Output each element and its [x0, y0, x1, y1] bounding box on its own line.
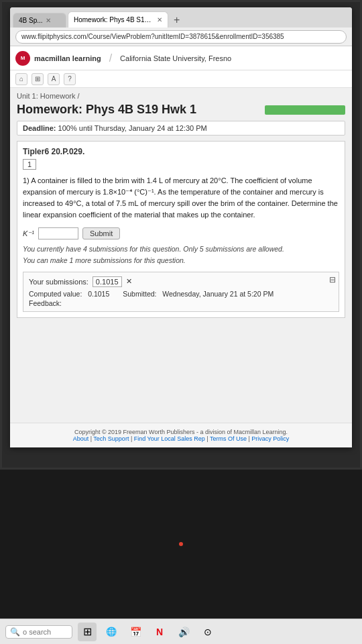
- desktop-area: [0, 470, 362, 619]
- submission-info: You currently have 4 submissions for thi…: [23, 244, 339, 266]
- submission-line1: You currently have 4 submissions for thi…: [23, 244, 339, 255]
- deadline-value: 100% until Thursday, January 24 at 12:30…: [58, 124, 207, 132]
- footer-privacy[interactable]: Privacy Policy: [251, 435, 289, 442]
- tab-bar: 4B Sp... ✕ Homework: Phys 4B S19 Hwk 1 ✕…: [10, 7, 352, 28]
- progress-fill: [265, 105, 345, 115]
- footer-terms[interactable]: Terms Of Use: [210, 435, 247, 442]
- footer-copyright: Copyright © 2019 Freeman Worth Publisher…: [15, 429, 347, 435]
- deadline-box: Deadline: 100% until Thursday, January 2…: [17, 121, 345, 136]
- footer-tech-support[interactable]: Tech Support: [93, 435, 129, 442]
- address-input[interactable]: [15, 30, 347, 44]
- taskbar-search-box[interactable]: 🔍: [5, 625, 72, 639]
- tab-close-1[interactable]: ✕: [46, 17, 51, 24]
- text-icon[interactable]: A: [48, 73, 60, 85]
- desktop-dot: [179, 542, 183, 546]
- nav-toolbar: ⌂ ⊞ A ?: [10, 70, 352, 88]
- problem-id: Tipler6 20.P.029.: [23, 147, 339, 156]
- submitted-info: Submitted: Wednesday, January 21 at 5:20…: [123, 290, 274, 298]
- results-box: ⊟ Your submissions: 0.1015 ✕ Computed va…: [23, 272, 339, 312]
- deadline-label: Deadline:: [23, 124, 56, 132]
- results-remove-icon[interactable]: ✕: [126, 277, 132, 286]
- tab-homework[interactable]: Homework: Phys 4B S19 Hwk 1 ✕: [68, 11, 168, 28]
- main-content: Unit 1: Homework / Homework: Phys 4B S19…: [10, 88, 352, 447]
- problem-number: 1: [23, 159, 36, 170]
- footer-sales-rep[interactable]: Find Your Local Sales Rep: [134, 435, 205, 442]
- macmillan-logo-icon: M: [15, 51, 30, 66]
- university-name: California State University, Fresno: [120, 54, 231, 62]
- computed-row: Computed value: 0.1015 Submitted: Wednes…: [29, 290, 333, 298]
- feedback-row: Feedback:: [29, 299, 333, 307]
- site-header: M macmillan learning / California State …: [10, 46, 352, 70]
- help-icon[interactable]: ?: [64, 73, 76, 85]
- submission-line2: You can make 1 more submissions for this…: [23, 255, 339, 266]
- tab-close-2[interactable]: ✕: [157, 16, 162, 23]
- tab-4b-sp[interactable]: 4B Sp... ✕: [13, 13, 66, 28]
- breadcrumb: Unit 1: Homework /: [17, 92, 345, 100]
- taskbar: 🔍 ⊞ 🌐 📅 N 🔊 ⊙: [0, 619, 362, 644]
- header-divider: /: [109, 52, 112, 64]
- taskbar-windows-icon[interactable]: ⊞: [78, 623, 97, 641]
- page-title: Homework: Phys 4B S19 Hwk 1: [17, 103, 196, 117]
- taskbar-audio-icon[interactable]: 🔊: [174, 623, 193, 641]
- home-icon[interactable]: ⌂: [15, 73, 27, 85]
- taskbar-search-input[interactable]: [23, 628, 63, 636]
- results-close-icon[interactable]: ⊟: [329, 275, 336, 284]
- site-footer: Copyright © 2019 Freeman Worth Publisher…: [10, 423, 352, 447]
- taskbar-netflix-icon[interactable]: N: [150, 623, 169, 641]
- answer-row: K⁻¹ Submit: [23, 227, 339, 239]
- results-value: 0.1015: [93, 276, 122, 287]
- taskbar-chrome-icon[interactable]: ⊙: [198, 623, 217, 641]
- computed-label: Computed value: 0.1015: [29, 290, 109, 298]
- problem-text: 1) A container is filled to the brim wit…: [23, 175, 339, 221]
- problem-card: Tipler6 20.P.029. 1 1) A container is fi…: [17, 141, 345, 318]
- grid-icon[interactable]: ⊞: [32, 73, 44, 85]
- results-label: Your submissions:: [29, 278, 88, 286]
- submit-button[interactable]: Submit: [82, 227, 120, 239]
- results-header-row: Your submissions: 0.1015 ✕: [29, 276, 333, 287]
- footer-about[interactable]: About: [73, 435, 89, 442]
- address-bar: [10, 28, 352, 46]
- new-tab-button[interactable]: +: [170, 14, 184, 26]
- logo-text: macmillan learning: [34, 54, 101, 62]
- progress-bar: [265, 105, 345, 115]
- search-icon: 🔍: [10, 627, 20, 637]
- footer-links: About | Tech Support | Find Your Local S…: [15, 435, 347, 442]
- unit-label: K⁻¹: [23, 229, 34, 238]
- taskbar-browser-icon[interactable]: 🌐: [102, 623, 121, 641]
- logo-area: M macmillan learning: [15, 51, 101, 66]
- page-title-row: Homework: Phys 4B S19 Hwk 1: [17, 103, 345, 117]
- answer-input[interactable]: [38, 227, 78, 239]
- taskbar-calendar-icon[interactable]: 📅: [126, 623, 145, 641]
